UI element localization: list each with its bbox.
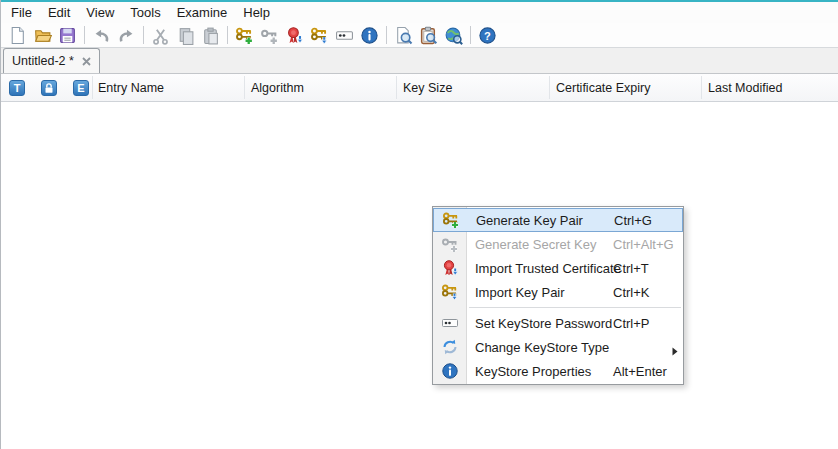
set-keystore-password-button[interactable]: [332, 24, 357, 47]
menu-item-label: Change KeyStore Type: [475, 340, 609, 355]
menu-item-label: KeyStore Properties: [475, 364, 591, 379]
menubar: File Edit View Tools Examine Help: [1, 2, 838, 23]
save-file-icon: [58, 26, 77, 45]
undo-button[interactable]: [89, 24, 114, 47]
save-button[interactable]: [55, 24, 80, 47]
menu-help[interactable]: Help: [235, 3, 278, 22]
toolbar: ?: [1, 23, 838, 48]
examine-clipboard-button[interactable]: [416, 24, 441, 47]
menu-item-import-key-pair[interactable]: Import Key Pair Ctrl+K: [433, 280, 683, 304]
menu-item-generate-key-pair[interactable]: Generate Key Pair Ctrl+G: [433, 208, 683, 232]
import-key-pair-button[interactable]: [307, 24, 332, 47]
column-last-modified[interactable]: Last Modified: [708, 81, 782, 95]
menu-item-label: Import Trusted Certificate: [475, 261, 621, 276]
paste-button[interactable]: [198, 24, 223, 47]
help-button[interactable]: ?: [475, 24, 500, 47]
examine-clipboard-icon: [419, 26, 438, 45]
column-key-size[interactable]: Key Size: [403, 81, 452, 95]
import-trusted-certificate-button[interactable]: [282, 24, 307, 47]
paste-icon: [201, 26, 220, 45]
toolbar-separator: [227, 26, 228, 44]
menu-item-change-keystore-type[interactable]: Change KeyStore Type: [433, 335, 683, 359]
tab-untitled-2[interactable]: Untitled-2 *: [3, 48, 100, 73]
toolbar-separator: [84, 26, 85, 44]
menu-tools[interactable]: Tools: [122, 3, 168, 22]
menu-item-keystore-properties[interactable]: KeyStore Properties Alt+Enter: [433, 359, 683, 383]
help-icon: ?: [478, 26, 497, 45]
menu-edit[interactable]: Edit: [40, 3, 78, 22]
menu-item-shortcut: Ctrl+T: [613, 261, 649, 276]
import-trusted-certificate-icon: [433, 259, 467, 277]
import-key-pair-icon: [433, 283, 467, 301]
new-file-icon: [8, 26, 27, 45]
copy-button[interactable]: [173, 24, 198, 47]
examine-file-button[interactable]: [391, 24, 416, 47]
menu-item-shortcut: Ctrl+Alt+G: [613, 237, 674, 252]
entries-table-header: T E Entry Name Algorithm Key Size Certif…: [1, 74, 838, 102]
menu-item-shortcut: Ctrl+G: [614, 213, 652, 228]
keystore-explorer-window: File Edit View Tools Examine Help: [0, 0, 838, 449]
column-certificate-expiry[interactable]: Certificate Expiry: [556, 81, 650, 95]
redo-icon: [117, 26, 136, 45]
column-separator: [549, 76, 550, 99]
menu-item-import-trusted-certificate[interactable]: Import Trusted Certificate Ctrl+T: [433, 256, 683, 280]
toolbar-separator: [386, 26, 387, 44]
import-key-pair-icon: [310, 26, 329, 45]
generate-secret-key-button[interactable]: [257, 24, 282, 47]
menu-separator: [469, 307, 681, 308]
open-file-icon: [33, 26, 52, 45]
menu-item-shortcut: Ctrl+K: [613, 285, 649, 300]
menu-item-label: Import Key Pair: [475, 285, 565, 300]
menu-item-label: Generate Secret Key: [475, 237, 596, 252]
column-separator: [396, 76, 397, 99]
keystore-properties-icon: [433, 362, 467, 380]
examine-ssl-button[interactable]: [441, 24, 466, 47]
set-keystore-password-icon: [335, 26, 354, 45]
open-button[interactable]: [30, 24, 55, 47]
tab-title: Untitled-2 *: [12, 54, 74, 68]
menu-item-label: Generate Key Pair: [476, 213, 583, 228]
change-keystore-type-icon: [433, 338, 467, 356]
tab-strip: Untitled-2 *: [1, 48, 838, 74]
undo-icon: [92, 26, 111, 45]
lock-status-column-icon[interactable]: [41, 80, 57, 96]
keystore-properties-icon: [360, 26, 379, 45]
generate-key-pair-icon: [235, 26, 254, 45]
column-entry-name[interactable]: Entry Name: [98, 81, 164, 95]
menu-item-shortcut: Ctrl+P: [613, 316, 649, 331]
cut-button[interactable]: [148, 24, 173, 47]
redo-button[interactable]: [114, 24, 139, 47]
toolbar-separator: [143, 26, 144, 44]
keystore-properties-button[interactable]: [357, 24, 382, 47]
menu-item-set-keystore-password[interactable]: Set KeyStore Password Ctrl+P: [433, 311, 683, 335]
new-button[interactable]: [5, 24, 30, 47]
menu-examine[interactable]: Examine: [169, 3, 236, 22]
column-separator: [701, 76, 702, 99]
menu-item-generate-secret-key[interactable]: Generate Secret Key Ctrl+Alt+G: [433, 232, 683, 256]
close-tab-icon[interactable]: [82, 57, 91, 66]
column-algorithm[interactable]: Algorithm: [251, 81, 304, 95]
cut-icon: [151, 26, 170, 45]
generate-secret-key-icon: [433, 235, 467, 253]
menu-view[interactable]: View: [78, 3, 122, 22]
examine-file-icon: [394, 26, 413, 45]
submenu-arrow-icon: [672, 342, 678, 360]
generate-secret-key-icon: [260, 26, 279, 45]
keystore-context-menu: Generate Key Pair Ctrl+G Generate Secret…: [432, 206, 684, 385]
svg-text:?: ?: [484, 29, 491, 41]
menu-item-shortcut: Alt+Enter: [613, 364, 667, 379]
menu-file[interactable]: File: [3, 3, 40, 22]
expiry-status-column-icon[interactable]: E: [73, 80, 89, 96]
generate-key-pair-icon: [434, 211, 468, 229]
set-keystore-password-icon: [433, 314, 467, 332]
column-separator: [244, 76, 245, 99]
toolbar-separator: [470, 26, 471, 44]
copy-icon: [176, 26, 195, 45]
type-column-icon[interactable]: T: [9, 80, 25, 96]
generate-key-pair-button[interactable]: [232, 24, 257, 47]
entries-table-body[interactable]: [1, 102, 838, 449]
column-separator: [92, 76, 93, 99]
examine-ssl-icon: [444, 26, 463, 45]
import-trusted-certificate-icon: [285, 26, 304, 45]
menu-item-label: Set KeyStore Password: [475, 316, 612, 331]
